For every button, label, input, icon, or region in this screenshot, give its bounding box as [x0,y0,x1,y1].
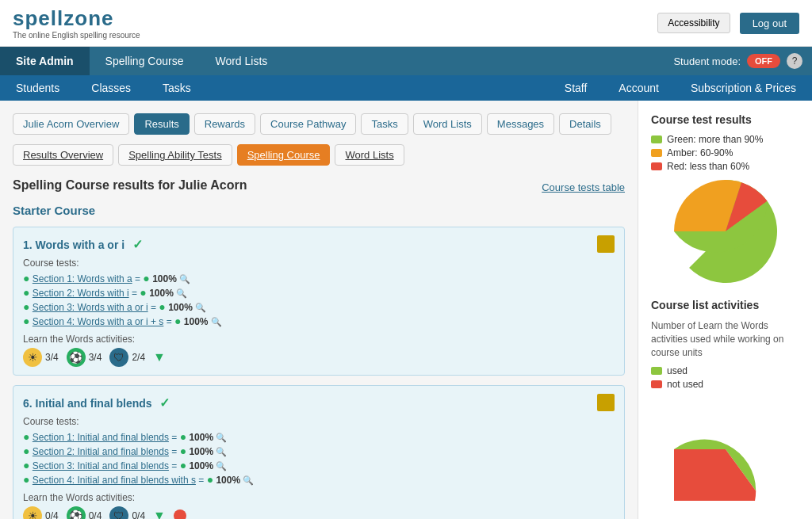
sidebar-test-results-title: Course test results [651,113,799,126]
tab-tasks[interactable]: Tasks [361,113,408,135]
legend-amber-color [651,149,662,157]
logout-button[interactable]: Log out [740,13,799,34]
legend-green: Green: more than 90% [651,134,799,145]
activity-badge-6-1: ☀ 0/4 [23,506,59,519]
tab-rewards[interactable]: Rewards [194,113,255,135]
unit-1-activities-row: ☀ 3/4 ⚽ 3/4 🛡 2/4 ▼ [23,348,615,367]
activity-icon-1: ☀ [23,348,42,367]
page-title: Spelling Course results for Julie Acorn [13,178,247,193]
tab-word-lists[interactable]: Word Lists [413,113,482,135]
unit-6-icon [597,394,615,411]
chart-legend-2: used not used [651,365,799,390]
chart-legend-1: Green: more than 90% Amber: 60-90% Red: … [651,134,799,172]
tab-results[interactable]: Results [134,113,189,135]
unit-1-header: 1. Words with a or i ✓ [23,235,615,253]
subtab-spelling-course[interactable]: Spelling Course [237,144,331,166]
pie-chart-1-correct [651,180,799,283]
unit-1-title: 1. Words with a or i ✓ [23,237,143,252]
activity-badge-6-2: ⚽ 0/4 [67,506,102,519]
red-indicator [174,509,186,519]
nav-spelling-course[interactable]: Spelling Course [90,47,200,75]
unit-6-section-2[interactable]: ● Section 2: Initial and final blends = … [23,445,615,457]
activity-icon-6-3: 🛡 [109,506,128,519]
activity-icon-6-2: ⚽ [67,506,86,519]
unit-1-section-1[interactable]: ● Section 1: Words with a = ● 100% 🔍 [23,272,615,284]
content-wrapper: Julie Acorn Overview Results Rewards Cou… [0,101,812,519]
logo: spellzone The online English spelling re… [13,6,140,40]
unit-6-tests-label: Course tests: [23,416,615,427]
activity-badge-1: ☀ 3/4 [23,348,59,367]
sub-tabs: Results Overview Spelling Ability Tests … [13,144,625,166]
nav-staff[interactable]: Staff [549,75,603,101]
activities-section: Course list activities Number of Learn t… [651,299,799,501]
legend-red: Red: less than 60% [651,161,799,172]
brand-tagline: The online English spelling resource [13,31,140,40]
tab-details[interactable]: Details [559,113,611,135]
activity-icon-6-1: ☀ [23,506,42,519]
toggle-switch[interactable]: OFF [747,54,780,68]
nav-subscription[interactable]: Subscription & Prices [675,75,812,101]
legend-used: used [651,365,799,376]
legend-not-used-color [651,380,662,388]
activity-icon-3: 🛡 [109,348,128,367]
help-icon[interactable]: ? [787,53,802,69]
legend-used-color [651,367,662,375]
nav-word-lists[interactable]: Word Lists [199,47,283,75]
brand-name: spellzone [13,6,140,31]
course-unit-6: 6. Initial and final blends ✓ Course tes… [13,385,625,519]
breadcrumb-tabs: Julie Acorn Overview Results Rewards Cou… [13,113,625,135]
secondary-nav-right: Staff Account Subscription & Prices [549,75,812,101]
unit-6-section-3[interactable]: ● Section 3: Initial and final blends = … [23,459,615,471]
sidebar: Course test results Green: more than 90%… [638,101,812,519]
accessibility-button[interactable]: Accessibility [657,13,730,33]
unit-1-section-3[interactable]: ● Section 3: Words with a or i = ● 100% … [23,300,615,313]
legend-red-color [651,162,662,170]
unit-1-icon [597,235,615,253]
top-bar: spellzone The online English spelling re… [0,0,812,47]
subtab-results-overview[interactable]: Results Overview [13,144,113,166]
primary-nav: Site Admin Spelling Course Word Lists St… [0,47,812,75]
student-mode-toggle: Student mode: OFF ? [673,53,812,69]
dropdown-arrow[interactable]: ▼ [153,350,166,364]
tab-messages[interactable]: Messages [487,113,554,135]
course-unit-1: 1. Words with a or i ✓ Course tests: ● S… [13,227,625,376]
nav-account[interactable]: Account [603,75,675,101]
top-right-actions: Accessibility Log out [657,13,799,34]
nav-students[interactable]: Students [0,75,75,101]
tab-julie-overview[interactable]: Julie Acorn Overview [13,113,129,135]
unit-1-tests-label: Course tests: [23,258,615,269]
unit-6-section-1[interactable]: ● Section 1: Initial and final blends = … [23,430,615,443]
subtab-word-lists[interactable]: Word Lists [335,144,404,166]
legend-green-color [651,135,662,143]
unit-1-checkmark: ✓ [132,238,143,251]
tab-course-pathway[interactable]: Course Pathway [260,113,356,135]
activity-badge-3: 🛡 2/4 [109,348,145,367]
unit-6-header: 6. Initial and final blends ✓ [23,394,615,411]
unit-1-section-4[interactable]: ● Section 4: Words with a or i + s = ● 1… [23,315,615,327]
subtab-spelling-ability[interactable]: Spelling Ability Tests [118,144,232,166]
activity-icon-2: ⚽ [67,348,86,367]
unit-6-activities-label: Learn the Words activities: [23,492,615,503]
main-content: Julie Acorn Overview Results Rewards Cou… [0,101,638,519]
secondary-nav: Students Classes Tasks Staff Account Sub… [0,75,812,101]
nav-classes[interactable]: Classes [75,75,147,101]
unit-6-activities-row: ☀ 0/4 ⚽ 0/4 🛡 0/4 ▼ [23,506,615,519]
unit-1-activities-label: Learn the Words activities: [23,334,615,345]
course-tests-table-link[interactable]: Course tests table [542,181,625,193]
unit-6-title: 6. Initial and final blends ✓ [23,395,170,410]
student-mode-label: Student mode: [673,55,741,67]
activities-title: Course list activities [651,299,799,311]
activity-badge-6-3: 🛡 0/4 [109,506,145,519]
title-row: Spelling Course results for Julie Acorn … [13,178,625,196]
unit-6-section-4[interactable]: ● Section 4: Initial and final blends wi… [23,473,615,486]
starter-course-heading: Starter Course [13,204,625,217]
unit-1-section-2[interactable]: ● Section 2: Words with i = ● 100% 🔍 [23,286,615,299]
legend-not-used: not used [651,379,799,390]
nav-tasks[interactable]: Tasks [147,75,207,101]
legend-amber: Amber: 60-90% [651,147,799,158]
pie-chart-2 [651,398,799,501]
unit-6-checkmark: ✓ [159,396,170,410]
activity-badge-2: ⚽ 3/4 [67,348,102,367]
dropdown-arrow-6[interactable]: ▼ [153,509,166,519]
nav-site-admin[interactable]: Site Admin [0,47,90,75]
